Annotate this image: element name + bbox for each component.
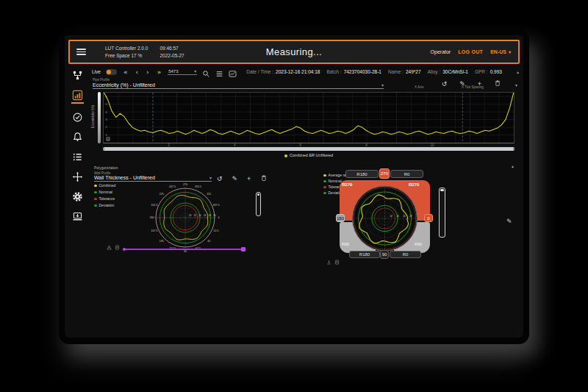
- corner-label-bottom-right[interactable]: R0: [390, 251, 421, 258]
- sidebar-item-event-list[interactable]: [71, 151, 84, 163]
- app-screen: LUT Controller 2.0.0 Free Space 17 % 09:…: [65, 35, 523, 338]
- corner-label-top-right[interactable]: R0: [390, 170, 423, 178]
- svg-text:20: 20: [189, 214, 192, 217]
- wall-vertical-slider[interactable]: [256, 192, 261, 216]
- band-label-r90-right: R90: [415, 242, 422, 246]
- menu-list-button[interactable]: [215, 68, 223, 76]
- sample-select[interactable]: 5473▾: [168, 68, 197, 75]
- edit-button[interactable]: ✎: [459, 80, 465, 88]
- sidebar-item-quality-check[interactable]: [71, 111, 84, 124]
- report-icon[interactable]: [334, 254, 340, 268]
- live-label: Live: [92, 69, 101, 74]
- horizontal-scrollbar[interactable]: [103, 147, 514, 151]
- axis-label-180[interactable]: 180: [336, 214, 345, 222]
- vertical-zoom-slider[interactable]: [98, 92, 101, 143]
- corner-label-top-left[interactable]: R180: [345, 170, 379, 178]
- clock: 09:46:57: [159, 46, 184, 51]
- svg-text:45: 45: [207, 240, 210, 243]
- trend-chart-icon: [229, 70, 237, 78]
- trend-view-button[interactable]: [229, 68, 237, 76]
- chevron-down-icon: ▾: [509, 49, 511, 54]
- svg-text:135: 135: [159, 240, 164, 243]
- edit-layout-button[interactable]: ✎: [506, 218, 512, 225]
- axis-label-0[interactable]: 0: [424, 214, 433, 222]
- band-label-r90-left: R90: [342, 242, 349, 246]
- nav-first-button[interactable]: «: [122, 68, 129, 76]
- system-info: LUT Controller 2.0.0 Free Space 17 % 09:…: [105, 46, 184, 58]
- axis-label-90[interactable]: 90: [380, 250, 389, 259]
- position-range-slider[interactable]: [123, 246, 244, 252]
- delete-button[interactable]: [260, 174, 268, 183]
- eccentricity-legend: Combined ER Unfiltered: [103, 153, 514, 157]
- legend-item: Nominal: [94, 190, 115, 194]
- wall-profile-selector[interactable]: Wall Thickness - Unfiltered▾: [94, 175, 212, 182]
- free-space: Free Space 17 %: [105, 53, 148, 58]
- list-icon: [72, 152, 83, 163]
- sidebar-item-move[interactable]: [71, 171, 84, 183]
- svg-text:22: 22: [390, 215, 393, 218]
- nav-next-button[interactable]: ›: [145, 68, 151, 76]
- chevron-down-icon: ▾: [209, 175, 212, 180]
- profile-selector[interactable]: Eccentricity (%) - Unfiltered▾: [93, 82, 384, 89]
- nav-last-button[interactable]: »: [156, 68, 163, 76]
- export-icon[interactable]: [126, 137, 130, 141]
- logout-button[interactable]: LOG OUT: [458, 49, 483, 54]
- gpr-field: GPR :0.993: [475, 69, 502, 74]
- collapse-section-button[interactable]: ▴: [512, 163, 514, 168]
- add-button[interactable]: +: [478, 80, 481, 88]
- svg-text:180: 180: [150, 216, 154, 219]
- reset-zoom-button[interactable]: ↺: [217, 175, 223, 182]
- save-icon[interactable]: [132, 137, 137, 141]
- sidebar-item-settings[interactable]: [71, 190, 84, 203]
- network-icon: [72, 70, 83, 81]
- app-header: LUT Controller 2.0.0 Free Space 17 % 09:…: [68, 40, 520, 64]
- svg-text:225: 225: [159, 193, 164, 196]
- move-icon: [72, 171, 83, 182]
- corner-label-bottom-left[interactable]: R180: [349, 251, 380, 258]
- trash-icon: [494, 79, 501, 87]
- legend-item: Deviation: [94, 204, 115, 207]
- lasso-icon[interactable]: [119, 137, 123, 141]
- collapse-toolbar-button[interactable]: ▴: [517, 69, 519, 74]
- bell-icon: [72, 132, 83, 143]
- trash-icon: [260, 174, 268, 182]
- eccentricity-chart-svg: 123456: [104, 93, 514, 143]
- svg-text:24: 24: [198, 214, 201, 217]
- radial-vertical-slider[interactable]: [439, 188, 445, 238]
- warning-icon[interactable]: [107, 240, 112, 253]
- menu-icon[interactable]: [76, 49, 86, 55]
- wall-thickness-polar-chart[interactable]: 022.54567.590112.5135157.5180202.5225247…: [138, 182, 232, 253]
- eccentricity-chart[interactable]: 123456: [103, 92, 514, 143]
- language-select[interactable]: EN-US▾: [490, 49, 511, 54]
- sidebar-item-network[interactable]: [71, 69, 84, 82]
- profile-type-label: Pipe Profile: [93, 78, 110, 82]
- name-field: Name :249*27: [388, 69, 421, 74]
- axis-label-270[interactable]: 270: [379, 168, 390, 179]
- batch-info: Date / Time :2023-12-16 21:04:18 Batch :…: [246, 69, 502, 74]
- slider-end-handle[interactable]: [241, 247, 245, 252]
- quadrant-view[interactable]: 22242628 R180 270 R0 180 0 R180 90 R0 R2…: [334, 168, 434, 261]
- search-icon: [202, 70, 210, 78]
- sidebar-item-profile-chart[interactable]: [71, 89, 84, 104]
- delete-button[interactable]: [494, 79, 501, 88]
- snapshot-icon[interactable]: [115, 240, 120, 253]
- bar-chart-icon: [72, 90, 83, 101]
- wall-panel-icons: [107, 240, 120, 253]
- svg-text:202.5: 202.5: [151, 204, 157, 207]
- eccentricity-panel-header: Pipe Profile Eccentricity (%) - Unfilter…: [93, 78, 517, 91]
- reset-zoom-button[interactable]: ↺: [442, 80, 448, 88]
- user-role: Operator: [431, 49, 451, 54]
- pan-icon[interactable]: [112, 137, 117, 141]
- download-icon[interactable]: [326, 254, 331, 268]
- panel-caret-icon[interactable]: ▾: [515, 82, 517, 88]
- edit-button[interactable]: ✎: [232, 175, 238, 182]
- live-toggle[interactable]: [106, 69, 117, 75]
- add-button[interactable]: +: [247, 175, 251, 182]
- search-button[interactable]: [202, 68, 210, 76]
- svg-text:24: 24: [396, 215, 399, 218]
- legend-item: Tolerance: [94, 197, 115, 201]
- slider-start-handle[interactable]: [123, 248, 126, 251]
- sidebar-item-remote-session[interactable]: [71, 210, 84, 223]
- nav-prev-button[interactable]: ‹: [134, 68, 140, 76]
- sidebar-item-alarms[interactable]: [71, 131, 84, 143]
